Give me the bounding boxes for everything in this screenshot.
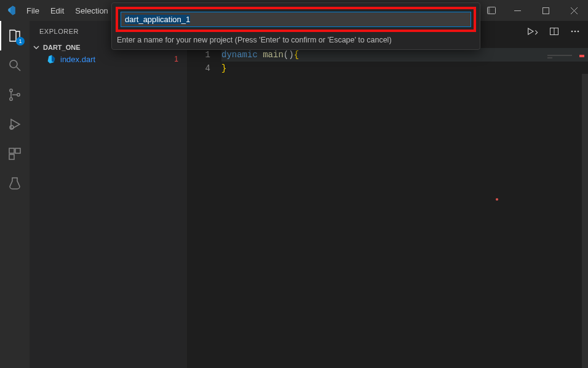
svg-rect-4 [514,10,521,11]
menu-selection[interactable]: Selection [70,0,113,21]
line-number: 4 [187,62,210,75]
project-name-input[interactable] [121,12,471,27]
activity-source-control[interactable] [0,80,30,110]
quick-input-dialog: Enter a name for your new project (Press… [111,2,480,50]
editor-actions [525,23,583,39]
svg-point-19 [578,31,579,33]
titlebar-left: File Edit Selection [0,0,114,21]
svg-point-17 [571,31,573,33]
svg-rect-5 [542,7,549,14]
quick-input-hint: Enter a name for your new project (Press… [116,32,476,46]
code-content[interactable]: dynamic main(){ } [221,48,588,368]
run-action-button[interactable] [525,23,541,39]
window-minimize-icon[interactable] [503,0,531,21]
vscode-logo-icon [0,5,21,16]
window-close-icon[interactable] [560,0,588,21]
split-editor-button[interactable] [546,23,562,39]
chevron-down-icon [32,43,41,52]
editor-scrollbar[interactable] [582,74,588,368]
svg-rect-14 [9,154,14,159]
explorer-sidebar: EXPLORER DART_ONE index.dart 1 [30,21,187,368]
activity-search[interactable] [0,50,30,80]
activity-run-debug[interactable] [0,110,30,139]
more-actions-button[interactable] [567,23,583,39]
svg-point-6 [10,60,17,68]
code-line[interactable]: } [221,62,588,75]
svg-point-8 [10,89,12,92]
line-gutter: 1 4 [187,48,221,368]
editor-area: index.dart main 1 4 dynamic main(){ } [187,21,588,368]
menu-edit[interactable]: Edit [45,0,70,21]
dart-file-icon [47,54,57,64]
svg-point-9 [10,98,12,100]
svg-rect-3 [488,7,490,14]
svg-point-18 [574,31,576,33]
line-number: 1 [187,48,210,62]
activity-badge: 1 [16,37,25,46]
menu-file[interactable]: File [21,0,45,21]
activity-explorer[interactable]: 1 [0,21,30,50]
code-line[interactable]: dynamic main(){ [221,48,588,62]
sidebar-folder-name: DART_ONE [43,44,81,51]
highlighted-input-frame [116,7,476,32]
svg-line-7 [17,67,20,71]
svg-rect-13 [15,148,20,153]
cursor-dot-icon [496,198,498,201]
svg-rect-12 [9,148,14,153]
file-item-index-dart[interactable]: index.dart 1 [30,53,187,65]
activity-extensions[interactable] [0,139,30,169]
file-problem-count: 1 [174,55,178,63]
code-editor[interactable]: 1 4 dynamic main(){ } [187,48,588,368]
activity-bar: 1 [0,21,30,368]
main-area: 1 EXPLORER DART_ONE ind [0,21,588,368]
svg-point-10 [17,94,20,96]
window-maximize-icon[interactable] [531,0,560,21]
toggle-sidebar-icon[interactable] [480,0,503,21]
activity-testing[interactable] [0,169,30,198]
file-item-label: index.dart [60,55,95,64]
menu-bar: File Edit Selection [21,0,114,21]
minimap-error-marker [579,55,584,57]
minimap[interactable] [547,55,584,61]
